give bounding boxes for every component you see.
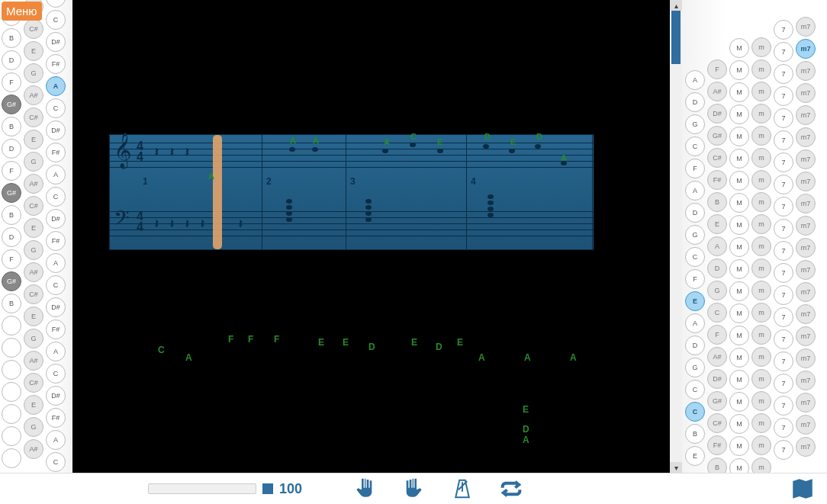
left-kb-button[interactable]: E [24, 41, 43, 61]
right-kb-button[interactable]: M [729, 237, 749, 257]
right-kb-button[interactable]: 7 [774, 440, 793, 460]
left-kb-button[interactable] [2, 316, 21, 335]
right-kb-button[interactable]: m7 [796, 437, 816, 457]
right-kb-button[interactable]: G# [707, 126, 727, 146]
right-kb-button[interactable]: m [751, 214, 771, 234]
right-kb-button[interactable]: A# [707, 347, 727, 367]
left-kb-button[interactable]: B [2, 294, 21, 313]
left-kb-button[interactable]: F# [46, 54, 66, 74]
right-kb-button[interactable]: C [685, 380, 705, 400]
right-kb-button[interactable]: 7 [774, 130, 793, 150]
right-kb-button[interactable]: G [685, 114, 705, 134]
right-kb-button[interactable]: A [685, 70, 705, 90]
left-kb-button[interactable]: C [46, 10, 66, 30]
right-kb-button[interactable]: m [751, 457, 771, 473]
right-kb-button[interactable]: m7 [796, 260, 816, 280]
right-kb-button[interactable]: C# [707, 148, 727, 168]
right-kb-button[interactable]: B [685, 424, 705, 444]
left-kb-button[interactable]: G [24, 152, 43, 172]
right-kb-button[interactable]: m [751, 281, 771, 300]
right-kb-button[interactable]: M [729, 193, 749, 213]
right-kb-button[interactable]: m7 [796, 61, 816, 81]
right-kb-button[interactable]: m [751, 258, 771, 278]
left-kb-button[interactable] [2, 338, 21, 358]
left-kb-button[interactable]: C [46, 452, 66, 472]
left-kb-button[interactable]: C# [24, 373, 43, 393]
right-kb-button[interactable]: m7 [796, 282, 816, 302]
right-kb-button[interactable]: m [751, 236, 771, 256]
right-kb-button[interactable]: M [729, 370, 749, 390]
left-kb-button[interactable]: C# [24, 108, 43, 127]
right-kb-button[interactable]: D [685, 335, 705, 355]
right-kb-button[interactable]: B [707, 457, 727, 473]
right-kb-button[interactable]: M [729, 38, 749, 58]
left-kb-button[interactable]: D [2, 227, 21, 247]
left-kb-button[interactable]: A [46, 253, 66, 273]
right-kb-button[interactable]: m [751, 325, 771, 345]
left-kb-button[interactable] [2, 448, 21, 468]
right-kb-button[interactable]: M [729, 104, 749, 124]
left-hand-button[interactable] [351, 475, 378, 502]
right-kb-button[interactable]: G [685, 358, 705, 377]
right-kb-button[interactable]: E [707, 214, 727, 234]
left-kb-button[interactable]: F# [46, 231, 66, 251]
right-kb-button[interactable]: m [751, 126, 771, 146]
right-hand-button[interactable] [400, 475, 427, 502]
left-kb-button[interactable]: A [46, 430, 66, 450]
right-kb-button[interactable]: m [751, 391, 771, 411]
right-kb-button[interactable]: m7 [796, 348, 816, 368]
left-kb-button[interactable] [2, 382, 21, 402]
right-kb-button[interactable]: M [729, 458, 749, 473]
right-kb-button[interactable]: 7 [774, 352, 793, 371]
left-kb-button[interactable]: A# [24, 174, 43, 194]
menu-button[interactable]: Меню [2, 2, 42, 21]
right-kb-button[interactable]: 7 [774, 219, 793, 239]
left-kb-button[interactable]: G# [2, 95, 21, 114]
right-kb-button[interactable]: D [685, 203, 705, 223]
left-kb-button[interactable]: A# [24, 439, 43, 459]
right-kb-button[interactable]: 7 [774, 241, 793, 261]
left-kb-button[interactable]: G [24, 240, 43, 260]
right-kb-button[interactable]: M [729, 215, 749, 235]
left-kb-button[interactable]: A# [24, 85, 43, 105]
left-kb-button[interactable]: D# [46, 32, 66, 52]
tempo-slider[interactable] [148, 483, 256, 494]
right-kb-button[interactable]: m [751, 59, 771, 79]
left-kb-button[interactable]: A [46, 165, 66, 185]
left-kb-button[interactable]: C [46, 98, 66, 118]
right-kb-button[interactable]: 7 [774, 64, 793, 84]
right-kb-button[interactable]: 7 [774, 285, 793, 305]
left-kb-button[interactable]: G [24, 329, 43, 348]
right-kb-button[interactable]: 7 [774, 307, 793, 327]
right-kb-button[interactable]: m7 [796, 39, 816, 59]
right-kb-button[interactable]: C# [707, 413, 727, 433]
right-kb-button[interactable]: m7 [796, 127, 816, 147]
left-kb-button[interactable]: F [2, 249, 21, 269]
left-kb-button[interactable]: A# [24, 351, 43, 371]
left-kb-button[interactable]: F# [46, 408, 66, 428]
right-kb-button[interactable]: M [729, 127, 749, 146]
right-kb-button[interactable]: 7 [774, 20, 793, 40]
left-kb-button[interactable]: A [46, 0, 66, 8]
scroll-down-icon[interactable]: ▾ [670, 462, 682, 473]
right-kb-button[interactable]: D [685, 92, 705, 112]
right-kb-button[interactable]: m7 [796, 17, 816, 37]
left-kb-button[interactable]: D [2, 50, 21, 70]
left-kb-button[interactable]: E [24, 130, 43, 149]
scroll-up-icon[interactable]: ▴ [670, 0, 682, 11]
left-kb-button[interactable]: E [24, 307, 43, 326]
right-kb-button[interactable]: m [751, 192, 771, 212]
left-kb-button[interactable]: C# [24, 196, 43, 216]
right-kb-button[interactable]: M [729, 259, 749, 279]
left-kb-button[interactable]: C# [24, 284, 43, 304]
left-kb-button[interactable] [2, 404, 21, 424]
left-kb-button[interactable]: B [2, 117, 21, 136]
left-kb-button[interactable]: C [46, 275, 66, 295]
right-kb-button[interactable]: m [751, 148, 771, 168]
right-kb-button[interactable]: M [729, 171, 749, 191]
right-kb-button[interactable]: m [751, 369, 771, 389]
right-kb-button[interactable]: D# [707, 104, 727, 124]
left-kb-button[interactable]: A# [24, 262, 43, 282]
right-kb-button[interactable]: M [729, 60, 749, 80]
right-kb-button[interactable]: D# [707, 369, 727, 389]
